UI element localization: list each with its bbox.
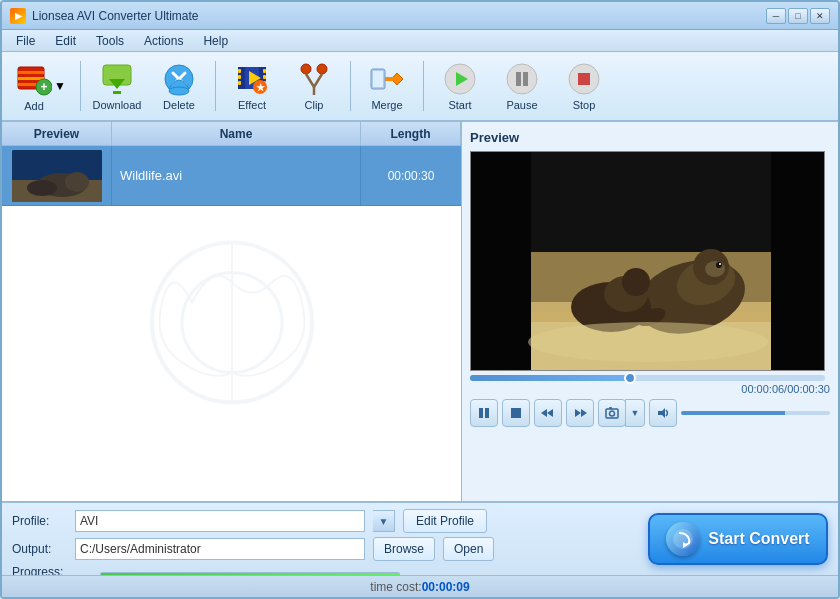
file-thumbnail <box>12 150 102 202</box>
cell-length: 00:00:30 <box>361 146 461 205</box>
merge-button[interactable]: Merge <box>357 56 417 116</box>
add-button[interactable]: + Add ▼ <box>10 56 74 116</box>
effect-button[interactable]: ★ Effect <box>222 56 282 116</box>
video-content <box>471 152 824 370</box>
file-list-header: Preview Name Length <box>2 122 461 146</box>
output-input[interactable] <box>75 538 365 560</box>
profile-dropdown[interactable]: ▼ <box>373 510 395 532</box>
menu-bar: File Edit Tools Actions Help <box>2 30 838 52</box>
download-icon <box>99 61 135 97</box>
video-pause-button[interactable] <box>470 399 498 427</box>
menu-file[interactable]: File <box>6 32 45 50</box>
menu-tools[interactable]: Tools <box>86 32 134 50</box>
volume-button[interactable] <box>649 399 677 427</box>
app-window: ▶ Lionsea AVI Converter Ultimate ─ □ ✕ F… <box>0 0 840 599</box>
start-label: Start <box>448 99 471 111</box>
volume-slider[interactable] <box>681 411 830 415</box>
svg-rect-47 <box>12 150 102 202</box>
svg-point-73 <box>610 411 615 416</box>
file-list-body: Wildlife.avi 00:00:30 <box>2 146 461 501</box>
video-rewind-button[interactable] <box>534 399 562 427</box>
output-label: Output: <box>12 542 67 556</box>
svg-rect-52 <box>471 152 531 371</box>
screenshot-button[interactable] <box>598 399 626 427</box>
pause-button[interactable]: Pause <box>492 56 552 116</box>
video-forward-button[interactable] <box>566 399 594 427</box>
screenshot-dropdown[interactable]: ▼ <box>625 399 645 427</box>
toolbar: + Add ▼ Download <box>2 52 838 122</box>
menu-edit[interactable]: Edit <box>45 32 86 50</box>
svg-rect-67 <box>511 408 521 418</box>
effect-icon: ★ <box>234 61 270 97</box>
start-button[interactable]: Start <box>430 56 490 116</box>
svg-point-40 <box>182 272 282 372</box>
maximize-button[interactable]: □ <box>788 8 808 24</box>
add-dropdown-arrow[interactable]: ▼ <box>52 56 68 116</box>
video-progress-bar[interactable] <box>470 375 825 381</box>
minimize-button[interactable]: ─ <box>766 8 786 24</box>
stop-button[interactable]: Stop <box>554 56 614 116</box>
video-stop-button[interactable] <box>502 399 530 427</box>
table-row[interactable]: Wildlife.avi 00:00:30 <box>2 146 461 206</box>
add-label: Add <box>24 100 44 112</box>
svg-rect-66 <box>485 408 489 418</box>
video-time: 00:00:06/00:00:30 <box>470 383 830 395</box>
close-button[interactable]: ✕ <box>810 8 830 24</box>
menu-help[interactable]: Help <box>193 32 238 50</box>
svg-text:★: ★ <box>256 82 266 93</box>
video-controls: ▼ <box>470 399 830 427</box>
clip-button[interactable]: Clip <box>284 56 344 116</box>
stop-label: Stop <box>573 99 596 111</box>
effect-label: Effect <box>238 99 266 111</box>
profile-label: Profile: <box>12 514 67 528</box>
video-progress-container: 00:00:06/00:00:30 <box>470 375 830 395</box>
svg-text:+: + <box>40 80 47 94</box>
svg-marker-70 <box>575 409 581 417</box>
svg-point-57 <box>705 261 725 277</box>
download-button[interactable]: Download <box>87 56 147 116</box>
svg-rect-1 <box>18 71 44 74</box>
svg-rect-29 <box>373 71 383 87</box>
svg-point-64 <box>528 322 768 362</box>
svg-marker-68 <box>547 409 553 417</box>
stop-icon <box>566 61 602 97</box>
svg-marker-69 <box>541 409 547 417</box>
menu-actions[interactable]: Actions <box>134 32 193 50</box>
video-progress-thumb[interactable] <box>624 372 636 384</box>
time-cost-value: 00:00:09 <box>422 580 470 594</box>
download-label: Download <box>93 99 142 111</box>
time-cost-label: time cost: <box>370 580 421 594</box>
svg-point-23 <box>301 64 311 74</box>
browse-button[interactable]: Browse <box>373 537 435 561</box>
svg-rect-38 <box>578 73 590 85</box>
col-header-length: Length <box>361 122 461 145</box>
delete-button[interactable]: Delete <box>149 56 209 116</box>
edit-profile-button[interactable]: Edit Profile <box>403 509 487 533</box>
svg-rect-74 <box>609 407 612 409</box>
clip-label: Clip <box>305 99 324 111</box>
video-preview <box>470 151 825 371</box>
delete-label: Delete <box>163 99 195 111</box>
start-convert-button[interactable]: Start Convert <box>648 513 828 565</box>
svg-rect-53 <box>771 152 825 371</box>
cell-preview <box>2 146 112 205</box>
open-button[interactable]: Open <box>443 537 494 561</box>
svg-point-58 <box>716 262 722 268</box>
toolbar-separator-1 <box>80 61 81 111</box>
svg-line-26 <box>314 74 322 87</box>
start-icon <box>442 61 478 97</box>
svg-rect-36 <box>523 72 528 86</box>
svg-point-62 <box>622 268 650 296</box>
svg-rect-14 <box>238 69 241 73</box>
video-progress-fill <box>470 375 630 381</box>
col-header-preview: Preview <box>2 122 112 145</box>
svg-marker-71 <box>581 409 587 417</box>
pause-label: Pause <box>506 99 537 111</box>
preview-panel: Preview <box>462 122 838 501</box>
svg-point-59 <box>719 263 721 265</box>
app-title: Lionsea AVI Converter Ultimate <box>32 9 766 23</box>
pause-icon <box>504 61 540 97</box>
profile-input[interactable] <box>75 510 365 532</box>
toolbar-separator-2 <box>215 61 216 111</box>
toolbar-separator-3 <box>350 61 351 111</box>
